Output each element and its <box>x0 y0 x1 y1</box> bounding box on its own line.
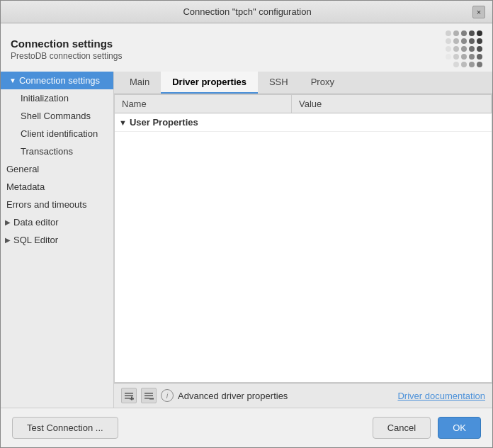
logo-dot-2-3 <box>469 46 475 52</box>
main-panel: MainDriver propertiesSSHProxy Name Value… <box>114 72 492 408</box>
logo-dot-1-4 <box>477 38 482 44</box>
tab-driver-properties[interactable]: Driver properties <box>161 72 258 94</box>
sidebar-item-client-identification[interactable]: Client identification <box>1 125 113 142</box>
sidebar-label-sql-editor: SQL Editor <box>13 235 58 245</box>
sidebar-item-transactions[interactable]: Transactions <box>1 142 113 160</box>
header-subtitle: PrestoDB connection settings <box>11 51 122 61</box>
logo-dot-4-3 <box>469 62 475 67</box>
sidebar-item-shell-commands[interactable]: Shell Commands <box>1 107 113 125</box>
svg-rect-8 <box>149 398 154 400</box>
logo-dot-2-4 <box>477 46 482 52</box>
svg-rect-6 <box>144 396 153 397</box>
title-bar: Connection "tpch" configuration × <box>1 1 492 23</box>
sidebar-item-initialization[interactable]: Initialization <box>1 89 113 107</box>
logo-dot-3-1 <box>453 54 459 60</box>
sidebar-item-sql-editor[interactable]: ▶SQL Editor <box>1 231 113 249</box>
driver-documentation-link[interactable]: Driver documentation <box>397 391 485 401</box>
svg-rect-2 <box>125 398 130 399</box>
logo-dot-3-2 <box>461 54 467 60</box>
close-button[interactable]: × <box>472 6 485 18</box>
logo-dot-4-2 <box>461 62 467 67</box>
value-column-header: Value <box>292 95 492 113</box>
logo-dot-0-1 <box>453 30 459 36</box>
header-text: Connection settings PrestoDB connection … <box>11 38 122 61</box>
advanced-driver-properties-label: Advanced driver properties <box>178 391 393 401</box>
ok-button[interactable]: OK <box>438 417 481 439</box>
logo-dot-4-4 <box>477 62 482 67</box>
group-arrow-data-editor: ▶ <box>5 218 11 226</box>
svg-rect-5 <box>144 393 153 394</box>
sidebar-item-connection-settings[interactable]: ▼Connection settings <box>1 72 113 89</box>
logo-dot-2-1 <box>453 46 459 52</box>
logo-dot-0-0 <box>446 30 451 36</box>
section-label: User Properties <box>130 117 198 128</box>
footer-area: Test Connection ... Cancel OK <box>1 408 492 447</box>
svg-rect-0 <box>125 393 133 394</box>
info-icon: i <box>161 389 174 402</box>
logo-dot-0-4 <box>477 30 482 36</box>
sidebar-item-data-editor[interactable]: ▶Data editor <box>1 213 113 231</box>
user-properties-section[interactable]: ▼ User Properties <box>115 113 492 132</box>
logo-dot-3-0 <box>446 54 451 60</box>
header-title: Connection settings <box>11 38 122 50</box>
logo-dot-1-3 <box>469 38 475 44</box>
sidebar-label-connection-settings: Connection settings <box>19 75 100 86</box>
svg-rect-1 <box>125 396 133 397</box>
sidebar-item-metadata[interactable]: Metadata <box>1 178 113 196</box>
logo-dot-4-0 <box>446 62 451 67</box>
sidebar-arrow-connection-settings: ▼ <box>9 77 16 84</box>
properties-table: Name Value ▼ User Properties <box>114 94 492 383</box>
dialog: Connection "tpch" configuration × Connec… <box>0 0 493 448</box>
cancel-button[interactable]: Cancel <box>373 417 431 439</box>
logo-dot-0-2 <box>461 30 467 36</box>
dialog-title: Connection "tpch" configuration <box>22 6 472 17</box>
tab-ssh[interactable]: SSH <box>258 72 300 94</box>
tabs-bar: MainDriver propertiesSSHProxy <box>114 72 492 94</box>
table-header: Name Value <box>115 95 492 113</box>
name-column-header: Name <box>115 95 292 113</box>
content-area: ▼Connection settingsInitializationShell … <box>1 72 492 408</box>
logo-dot-1-1 <box>453 38 459 44</box>
svg-rect-4 <box>130 398 134 400</box>
add-property-button[interactable] <box>121 388 137 403</box>
logo-dot-2-0 <box>446 46 451 52</box>
sidebar: ▼Connection settingsInitializationShell … <box>1 72 114 408</box>
group-arrow-sql-editor: ▶ <box>5 236 11 244</box>
tab-proxy[interactable]: Proxy <box>300 72 346 94</box>
footer-buttons: Cancel OK <box>373 417 481 439</box>
section-collapse-arrow: ▼ <box>119 118 127 127</box>
logo <box>446 30 482 67</box>
test-connection-button[interactable]: Test Connection ... <box>12 417 118 439</box>
logo-dot-0-3 <box>469 30 475 36</box>
logo-dot-2-2 <box>461 46 467 52</box>
sidebar-item-errors-and-timeouts[interactable]: Errors and timeouts <box>1 196 113 213</box>
logo-dot-1-2 <box>461 38 467 44</box>
svg-rect-7 <box>144 398 149 399</box>
logo-dot-1-0 <box>446 38 451 44</box>
logo-dot-3-3 <box>469 54 475 60</box>
logo-dot-4-1 <box>453 62 459 67</box>
sidebar-item-general[interactable]: General <box>1 160 113 178</box>
tab-main[interactable]: Main <box>118 72 161 94</box>
remove-property-button[interactable] <box>141 388 157 403</box>
header-area: Connection settings PrestoDB connection … <box>1 23 492 72</box>
logo-dot-3-4 <box>477 54 482 60</box>
bottom-toolbar: i Advanced driver properties Driver docu… <box>114 383 492 408</box>
sidebar-label-data-editor: Data editor <box>13 217 59 228</box>
